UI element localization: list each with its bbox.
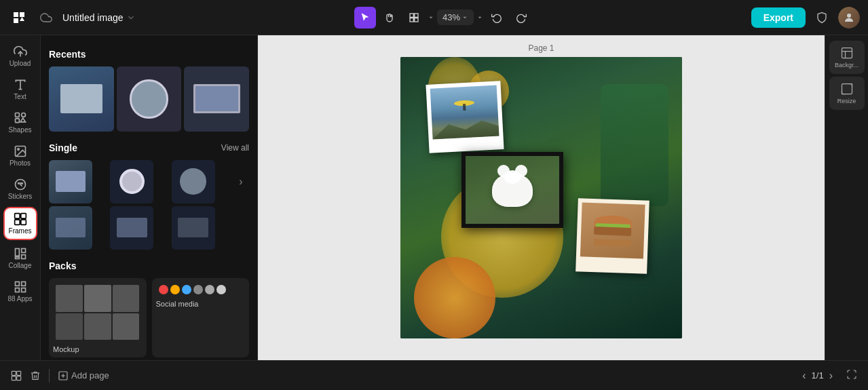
single-title: Single [49,142,77,153]
resize-label: Resize [837,98,856,104]
recents-header: Recents [49,49,249,60]
single-next-arrow[interactable]: › [233,160,249,203]
recent-frame-1[interactable] [49,66,114,132]
svg-rect-1 [415,14,418,17]
single-header: Single View all [49,142,249,153]
sidebar-item-collage[interactable]: Collage [3,243,37,273]
hand-tool-button[interactable] [379,7,400,28]
shield-button[interactable] [811,7,833,28]
svg-rect-33 [12,376,16,380]
expand-button[interactable] [846,369,857,382]
packs-title: Packs [49,260,76,271]
zoom-control[interactable]: 43% [437,9,474,25]
select-tool-button[interactable] [354,7,376,28]
prev-page-button[interactable]: ‹ [802,370,806,382]
sidebar-item-apps[interactable]: 88 Apps [3,276,37,307]
add-page-button[interactable]: Add page [58,370,109,381]
svg-rect-26 [21,282,25,286]
delete-page-button[interactable] [30,370,41,381]
single-frame-5[interactable] [110,206,153,250]
sidebar-item-text[interactable]: Text [3,74,37,104]
sidebar-label-upload: Upload [10,60,31,67]
sidebar-item-stickers[interactable]: Stickers [3,174,37,204]
single-view-all[interactable]: View all [221,143,249,153]
redo-button[interactable] [510,7,532,28]
main-area: Upload Text Shapes Photos Stickers Frame… [0,35,868,360]
canvas-area[interactable]: Page 1 [258,35,825,360]
single-frame-4[interactable] [49,206,92,250]
page-counter: 1/1 [812,370,824,381]
page-nav: ‹ 1/1 › [802,370,833,382]
svg-rect-2 [410,18,413,21]
svg-rect-31 [12,371,16,375]
svg-rect-19 [14,220,20,225]
svg-rect-11 [15,119,19,123]
frame-bottom-icon[interactable] [11,370,22,381]
svg-rect-0 [410,14,413,17]
right-panel: Backgr... Resize [825,35,868,360]
svg-point-4 [847,14,851,18]
sidebar-label-shapes: Shapes [9,126,32,134]
sidebar-item-shapes[interactable]: Shapes [3,107,37,138]
logo[interactable] [8,7,30,28]
svg-rect-32 [17,371,21,375]
document-title-area[interactable]: Untitled image [62,12,136,23]
svg-rect-23 [21,255,25,259]
polaroid-frame-food[interactable] [575,198,649,274]
single-frame-6[interactable] [172,206,215,250]
export-button[interactable]: Export [751,7,806,28]
sidebar-label-frames: Frames [9,227,32,235]
pack-mockup[interactable]: Mockup [49,278,147,358]
svg-rect-28 [21,288,25,292]
sidebar-item-upload[interactable]: Upload [3,41,37,71]
recents-grid [49,66,249,132]
sidebar-label-photos: Photos [10,159,31,167]
undo-button[interactable] [486,7,508,28]
sidebar-label-collage: Collage [9,262,32,269]
svg-point-16 [21,183,22,184]
mockup-title: Mockup [53,345,143,353]
cloud-save-button[interactable] [35,7,57,28]
frame-layout-button[interactable] [403,7,425,28]
single-frame-3[interactable] [172,160,215,203]
svg-rect-3 [415,18,418,21]
black-frame-dog[interactable] [461,152,563,228]
pack-social-media[interactable]: Social media [152,278,250,358]
packs-header: Packs [49,260,249,271]
icon-sidebar: Upload Text Shapes Photos Stickers Frame… [0,35,41,360]
divider [49,369,50,383]
svg-point-13 [17,149,18,151]
page-label: Page 1 [528,43,554,53]
user-avatar[interactable] [838,7,860,28]
sidebar-label-stickers: Stickers [8,193,33,200]
panel-scroll-area: Recents [41,35,257,360]
recent-frame-2[interactable] [117,66,182,132]
svg-point-9 [21,113,25,117]
svg-rect-34 [17,376,21,380]
topbar: Untitled image 43% [0,0,868,35]
background-label: Backgr... [835,62,858,69]
svg-rect-8 [15,113,19,117]
foliage [601,84,668,206]
resize-button[interactable]: Resize [829,77,865,110]
svg-rect-29 [842,48,852,58]
svg-rect-22 [21,249,25,253]
sidebar-label-apps: 88 Apps [7,295,32,303]
add-page-label: Add page [71,370,109,381]
canvas-content[interactable] [400,57,682,338]
svg-rect-25 [15,282,19,286]
sidebar-label-text: Text [14,93,26,100]
svg-rect-21 [15,249,19,256]
recent-frame-3[interactable] [184,66,249,132]
background-button[interactable]: Backgr... [829,41,865,74]
sidebar-item-photos[interactable]: Photos [3,140,37,171]
svg-rect-17 [14,214,20,219]
svg-rect-24 [15,257,19,259]
polaroid-frame-1[interactable] [426,81,504,153]
single-frame-2[interactable] [110,160,153,203]
next-page-button[interactable]: › [829,370,833,382]
sidebar-item-frames[interactable]: Frames [3,207,37,240]
zoom-value: 43% [442,12,460,22]
social-media-title: Social media [156,300,246,308]
single-frame-1[interactable] [49,160,92,203]
